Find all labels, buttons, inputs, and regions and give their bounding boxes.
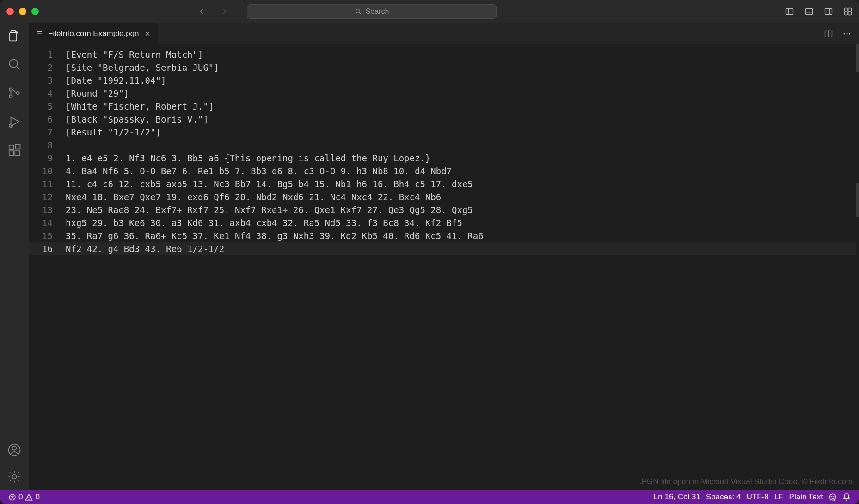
- titlebar: Search: [0, 0, 859, 23]
- svg-point-9: [9, 59, 18, 68]
- more-actions-button[interactable]: [842, 29, 852, 38]
- svg-rect-14: [9, 145, 14, 150]
- status-bar: 0 0 Ln 16, Col 31 Spaces: 4 UTF-8 LF Pla…: [0, 490, 859, 504]
- svg-rect-2: [806, 8, 813, 14]
- svg-rect-3: [825, 8, 832, 14]
- svg-point-28: [831, 496, 832, 497]
- nav-forward-button[interactable]: [220, 7, 229, 16]
- nav-arrows: [197, 7, 229, 16]
- search-tab[interactable]: [7, 57, 21, 71]
- scrollbar-marker: [856, 44, 859, 72]
- command-center-search[interactable]: Search: [247, 4, 497, 19]
- svg-rect-4: [845, 8, 848, 12]
- search-placeholder: Search: [366, 7, 389, 16]
- status-cursor-position[interactable]: Ln 16, Col 31: [651, 492, 703, 502]
- svg-point-23: [847, 33, 848, 35]
- editor-toolbar: [824, 23, 859, 44]
- tab-filename: FileInfo.com Example.pgn: [48, 29, 139, 38]
- svg-rect-6: [845, 12, 848, 15]
- svg-point-29: [834, 496, 834, 497]
- search-icon: [355, 8, 362, 15]
- toggle-secondary-sidebar-button[interactable]: [824, 7, 833, 16]
- bell-icon: [842, 493, 851, 501]
- run-debug-tab[interactable]: [7, 115, 21, 129]
- svg-rect-1: [786, 8, 793, 14]
- svg-point-0: [356, 9, 360, 13]
- toggle-primary-sidebar-button[interactable]: [785, 7, 794, 16]
- status-indentation[interactable]: Spaces: 4: [703, 492, 744, 502]
- svg-rect-5: [848, 8, 852, 12]
- maximize-window-button[interactable]: [31, 8, 39, 15]
- settings-gear-button[interactable]: [7, 470, 21, 484]
- svg-rect-15: [9, 151, 14, 155]
- tab-close-button[interactable]: [144, 30, 151, 37]
- svg-point-19: [12, 446, 17, 450]
- svg-point-20: [12, 475, 17, 479]
- svg-rect-7: [848, 12, 852, 15]
- status-notifications-button[interactable]: [840, 493, 853, 501]
- close-window-button[interactable]: [6, 8, 14, 15]
- status-eol[interactable]: LF: [772, 492, 786, 502]
- warning-count: 0: [35, 492, 39, 502]
- svg-point-12: [16, 92, 19, 94]
- status-language-mode[interactable]: Plain Text: [786, 492, 826, 502]
- app-window: Search: [0, 0, 859, 504]
- extensions-tab[interactable]: [7, 143, 21, 157]
- svg-point-27: [829, 494, 836, 500]
- warning-icon: [25, 493, 33, 501]
- minimize-window-button[interactable]: [19, 8, 26, 15]
- titlebar-layout-controls: [785, 7, 853, 16]
- svg-point-26: [29, 499, 29, 499]
- svg-rect-8: [10, 33, 17, 41]
- svg-point-10: [9, 88, 12, 91]
- watermark-text: .PGN file open in Micrsoft Visual Studio…: [639, 475, 853, 488]
- text-editor[interactable]: 12345678910111213141516 [Event "F/S Retu…: [29, 44, 859, 490]
- editor-tabs: FileInfo.com Example.pgn: [29, 23, 859, 44]
- error-icon: [8, 493, 16, 501]
- split-editor-button[interactable]: [824, 29, 833, 38]
- svg-rect-17: [16, 145, 20, 149]
- line-number-gutter: 12345678910111213141516: [29, 44, 66, 490]
- source-control-tab[interactable]: [7, 86, 21, 100]
- accounts-button[interactable]: [7, 443, 21, 457]
- error-count: 0: [18, 492, 23, 502]
- svg-point-24: [849, 33, 850, 35]
- explorer-tab[interactable]: [7, 29, 21, 43]
- nav-back-button[interactable]: [197, 7, 206, 16]
- main-area: FileInfo.com Example.pgn 12345678910: [0, 23, 859, 490]
- editor-tab-active[interactable]: FileInfo.com Example.pgn: [29, 23, 158, 44]
- svg-point-11: [9, 95, 12, 98]
- file-icon: [35, 30, 43, 38]
- editor-content[interactable]: [Event "F/S Return Match"][Site "Belgrad…: [66, 44, 859, 490]
- editor-group: FileInfo.com Example.pgn 12345678910: [29, 23, 859, 490]
- feedback-icon: [828, 493, 837, 501]
- customize-layout-button[interactable]: [843, 7, 853, 16]
- status-feedback-button[interactable]: [826, 493, 840, 501]
- status-encoding[interactable]: UTF-8: [744, 492, 772, 502]
- status-problems[interactable]: 0 0: [6, 490, 43, 504]
- svg-rect-16: [15, 151, 19, 155]
- activity-bar: [0, 23, 29, 490]
- toggle-panel-button[interactable]: [804, 7, 814, 16]
- svg-point-22: [844, 33, 845, 35]
- scrollbar-marker: [856, 183, 859, 217]
- window-controls: [6, 8, 39, 15]
